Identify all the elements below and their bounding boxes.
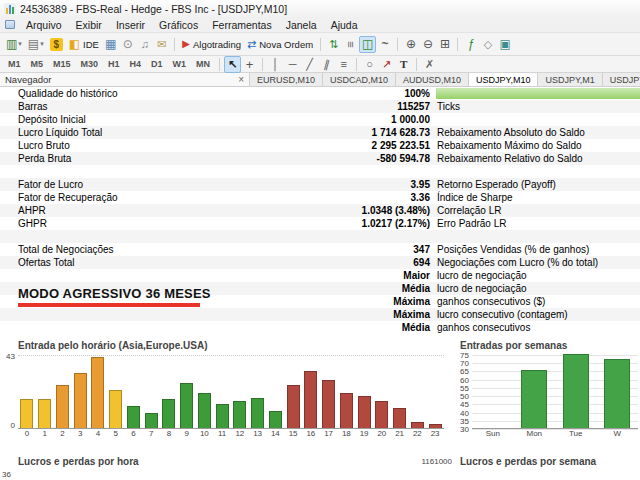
bar-slot bbox=[213, 356, 231, 428]
hour-bar-19 bbox=[358, 396, 371, 428]
horizontal-line-tool[interactable] bbox=[284, 56, 301, 73]
hour-bar-5 bbox=[109, 390, 122, 428]
new-chart-button[interactable] bbox=[3, 36, 25, 53]
menu-item-janela[interactable]: Janela bbox=[279, 18, 324, 32]
bars-view-button[interactable] bbox=[342, 36, 359, 53]
hour-bar-2 bbox=[56, 385, 69, 428]
chart-tab-1[interactable]: USDCAD,M10 bbox=[323, 73, 396, 86]
tile-windows-button[interactable] bbox=[436, 36, 453, 53]
hour-bar-10 bbox=[198, 393, 211, 428]
candles-view-button[interactable] bbox=[359, 36, 376, 53]
hour-bar-17 bbox=[322, 380, 335, 428]
hour-bar-14 bbox=[269, 411, 282, 428]
timeframe-mn-button[interactable]: MN bbox=[191, 57, 215, 71]
hour-chart-plot bbox=[18, 355, 444, 429]
timeframe-m5-button[interactable]: M5 bbox=[26, 57, 49, 71]
week-chart-xlabels: SunMonTueW bbox=[472, 429, 638, 438]
toolbar-separator bbox=[416, 58, 417, 71]
objects-list-button[interactable] bbox=[479, 36, 496, 53]
menu-item-arquivo[interactable]: Arquivo bbox=[19, 18, 69, 32]
week-chart-yaxis: 75706560555045403530 bbox=[452, 355, 472, 429]
table-row: GHPR1.0217 (2.17%)Erro Padrão LR bbox=[0, 217, 640, 230]
menu-item-graficos[interactable]: Gráficos bbox=[152, 18, 205, 32]
channel-tool[interactable] bbox=[318, 56, 335, 73]
table-row: AHPR1.0348 (3.48%)Correlação LR bbox=[0, 204, 640, 217]
new-order-button[interactable]: Nova Ordem bbox=[244, 36, 316, 53]
bar-slot bbox=[249, 356, 267, 428]
depth-of-market-button[interactable] bbox=[325, 36, 342, 53]
row-value: 3.95 bbox=[0, 178, 430, 191]
chat-button[interactable] bbox=[153, 36, 170, 53]
indicators-button[interactable] bbox=[462, 36, 479, 53]
charts-row: Entrada pelo horário (Asia,Europe.USA) 4… bbox=[0, 334, 640, 450]
trendline-tool[interactable] bbox=[301, 56, 318, 73]
strategy-tester-button[interactable] bbox=[496, 36, 513, 53]
x-tick-label: 16 bbox=[302, 429, 320, 438]
crosshair-tool[interactable] bbox=[241, 56, 258, 73]
bar-slot bbox=[231, 356, 249, 428]
chart-tab-0[interactable]: EURUSD,M10 bbox=[250, 73, 323, 86]
chart-tab-2[interactable]: AUDUSD,M10 bbox=[396, 73, 469, 86]
row-right-label: Rebaixamento Absoluto do Saldo bbox=[437, 126, 585, 139]
row-right-label: ganhos consecutivos bbox=[437, 321, 530, 334]
menu-item-ajuda[interactable]: Ajuda bbox=[324, 18, 365, 32]
timeframe-m15-button[interactable]: M15 bbox=[48, 57, 76, 71]
algotrading-button[interactable]: Algotrading bbox=[179, 36, 244, 53]
text-tool[interactable] bbox=[395, 56, 412, 73]
x-tick-label: 9 bbox=[178, 429, 196, 438]
bar-slot bbox=[267, 356, 285, 428]
alerts-button[interactable] bbox=[136, 36, 153, 53]
metaeditor-button[interactable]: IDE bbox=[66, 36, 102, 53]
child-window-icon[interactable] bbox=[5, 20, 15, 29]
chart-tab-3[interactable]: USDJPY,M10 bbox=[469, 73, 538, 86]
cursor-tool[interactable] bbox=[224, 56, 241, 73]
row-right-label: lucro consecutivo (contagem) bbox=[437, 308, 568, 321]
table-row: Lucro Bruto2 295 223.51Rebaixamento Máxi… bbox=[0, 139, 640, 152]
hosting-button[interactable] bbox=[119, 36, 136, 53]
close-icon[interactable]: × bbox=[238, 75, 244, 85]
menu-item-exibir[interactable]: Exibir bbox=[69, 18, 109, 32]
navigator-title: Navegador bbox=[5, 74, 238, 85]
menu-item-ferramentas[interactable]: Ferramentas bbox=[205, 18, 279, 32]
row-right-label: Ticks bbox=[437, 100, 460, 113]
delete-objects-button[interactable] bbox=[421, 56, 438, 73]
hour-bar-9 bbox=[180, 383, 193, 428]
table-row: Médiaganhos consecutivos bbox=[0, 321, 640, 334]
timeframe-m1-button[interactable]: M1 bbox=[3, 57, 26, 71]
line-view-button[interactable] bbox=[376, 36, 393, 53]
shapes-tool[interactable] bbox=[361, 56, 378, 73]
row-right-label: Erro Padrão LR bbox=[437, 217, 506, 230]
week-chart-plotwrap: SunMonTueW bbox=[472, 355, 638, 438]
row-value: 1.0217 (2.17%) bbox=[0, 217, 430, 230]
x-tick-label: 23 bbox=[426, 429, 444, 438]
x-tick-label: Tue bbox=[555, 429, 597, 438]
zoom-out-button[interactable] bbox=[419, 36, 436, 53]
timeframe-m30-button[interactable]: M30 bbox=[76, 57, 104, 71]
fibonacci-tool[interactable] bbox=[335, 56, 352, 73]
row-value: -580 594.78 bbox=[0, 152, 430, 165]
bar-slot bbox=[472, 355, 514, 428]
week-bar-tue bbox=[563, 354, 589, 428]
hour-bar-20 bbox=[375, 401, 388, 428]
navigator-panel-header[interactable]: Navegador × bbox=[0, 73, 250, 86]
hour-bar-3 bbox=[74, 373, 87, 428]
menu-item-inserir[interactable]: Inserir bbox=[109, 18, 152, 32]
market-watch-button[interactable] bbox=[47, 36, 66, 53]
profiles-button[interactable] bbox=[25, 36, 47, 53]
chart-tab-5[interactable]: USDJPY,M10 bbox=[603, 73, 640, 86]
row-right-label: Rebaixamento Relativo do Saldo bbox=[437, 152, 583, 165]
timeframe-d1-button[interactable]: D1 bbox=[146, 57, 168, 71]
week-chart-plot bbox=[472, 355, 638, 429]
vertical-line-tool[interactable] bbox=[267, 56, 284, 73]
zoom-in-button[interactable] bbox=[402, 36, 419, 53]
timeframe-h4-button[interactable]: H4 bbox=[125, 57, 147, 71]
arrows-tool[interactable] bbox=[378, 56, 395, 73]
timeframe-w1-button[interactable]: W1 bbox=[168, 57, 192, 71]
metaeditor-button-label: IDE bbox=[83, 39, 99, 50]
timeframe-h1-button[interactable]: H1 bbox=[103, 57, 125, 71]
chart-tab-4[interactable]: USDJPY,M1 bbox=[538, 73, 602, 86]
bar-slot bbox=[355, 356, 373, 428]
hour-bar-8 bbox=[162, 399, 175, 428]
data-window-button[interactable] bbox=[102, 36, 119, 53]
table-row: Lucro Líquido Total1 714 628.73Rebaixame… bbox=[0, 126, 640, 139]
